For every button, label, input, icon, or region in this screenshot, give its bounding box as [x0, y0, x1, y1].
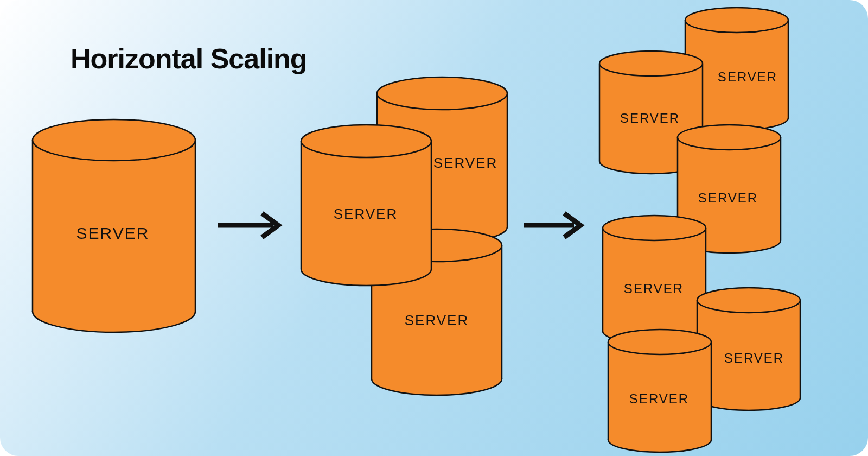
svg-point-20: [301, 125, 431, 157]
svg-point-10: [377, 77, 507, 110]
server-label: SERVER: [718, 69, 777, 85]
svg-point-51: [608, 330, 711, 354]
server-label: SERVER: [629, 391, 689, 407]
server-label: SERVER: [620, 111, 680, 126]
server-cylinder: [600, 214, 709, 345]
svg-point-4: [33, 119, 195, 161]
server-label: SERVER: [698, 191, 758, 206]
server-label: SERVER: [405, 312, 469, 329]
svg-point-36: [678, 125, 781, 150]
server-label: SERVER: [433, 155, 497, 172]
svg-point-41: [603, 216, 706, 240]
server-cylinder: [605, 328, 714, 453]
svg-rect-48: [608, 342, 711, 440]
server-label: SERVER: [724, 351, 784, 366]
server-label: SERVER: [624, 281, 684, 296]
svg-point-26: [685, 8, 788, 33]
diagram-canvas: Horizontal Scaling SERVER SERVER SERVER: [0, 0, 868, 456]
diagram-title: Horizontal Scaling: [71, 42, 307, 75]
svg-point-31: [599, 51, 703, 76]
svg-point-46: [697, 288, 800, 313]
arrow-icon: [214, 209, 285, 242]
svg-rect-38: [603, 228, 706, 331]
arrow-icon: [521, 209, 586, 242]
server-label: SERVER: [76, 224, 150, 243]
server-label: SERVER: [334, 206, 398, 223]
